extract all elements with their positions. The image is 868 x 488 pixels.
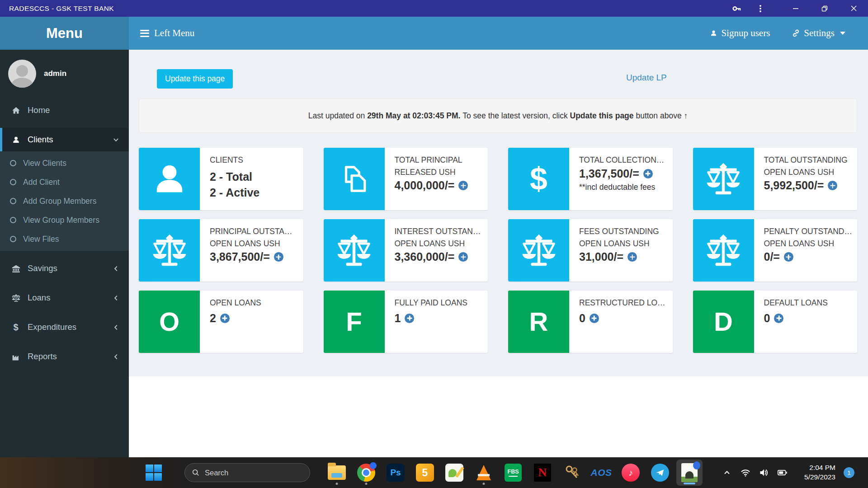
stat-card-open-loans: O OPEN LOANS 2: [139, 291, 303, 353]
stats-grid: CLIENTS 2 - Total 2 - Active TOTAL PRINC…: [139, 148, 857, 353]
music-icon[interactable]: ♪: [618, 460, 644, 486]
plus-icon[interactable]: [458, 181, 468, 190]
vlc-cone-icon[interactable]: [471, 460, 497, 486]
chrome-badge: [370, 462, 377, 469]
circle-icon: [10, 160, 16, 166]
plus-icon[interactable]: [627, 252, 637, 262]
left-menu-label: Left Menu: [154, 28, 194, 39]
chrome-icon[interactable]: [353, 460, 379, 486]
plus-icon[interactable]: [220, 314, 230, 323]
settings-label: Settings: [804, 28, 835, 39]
active-image-app-icon[interactable]: [676, 460, 703, 486]
tray-chevron-up-icon[interactable]: [722, 467, 732, 478]
kebab-menu-icon[interactable]: [749, 0, 772, 17]
signup-users-link[interactable]: Signup users: [710, 28, 770, 39]
stat-card-total-outstanding: TOTAL OUTSTANDING OPEN LOANS USH 5,992,5…: [693, 148, 858, 210]
wifi-icon[interactable]: [740, 467, 751, 478]
plus-icon[interactable]: [784, 252, 793, 262]
plus-icon[interactable]: [643, 169, 653, 178]
tray-clock[interactable]: 2:04 PM 5/29/2023: [791, 457, 835, 488]
card-icon-panel: [693, 219, 754, 282]
sidebar-item-savings[interactable]: Savings: [0, 257, 129, 280]
card-title: DEFAULT LOANS: [764, 297, 828, 309]
circle-icon: [10, 179, 16, 185]
taskbar-search[interactable]: [184, 463, 310, 482]
sidebar-brand: Menu: [0, 17, 129, 50]
active-indicator: [684, 483, 695, 484]
close-button[interactable]: [839, 0, 868, 17]
battery-icon[interactable]: [777, 467, 788, 478]
restore-button[interactable]: [810, 0, 839, 17]
sidebar-item-home[interactable]: Home: [0, 99, 129, 122]
sidebar-item-add-client[interactable]: Add Client: [0, 173, 129, 192]
sidebar-item-reports[interactable]: Reports: [0, 345, 129, 368]
plus-icon[interactable]: [458, 252, 468, 262]
content-area: Update this page Update LP Last updated …: [129, 50, 868, 457]
settings-dropdown[interactable]: Settings: [792, 28, 845, 39]
balloon-badge: [693, 461, 700, 469]
search-input[interactable]: [205, 469, 295, 477]
stat-card-clients: CLIENTS 2 - Total 2 - Active: [139, 148, 303, 210]
card-icon-panel: R: [508, 291, 569, 353]
card-value: 4,000,000/=: [395, 179, 455, 192]
start-button[interactable]: [141, 460, 167, 486]
stat-card-principal-outstanding: PRINCIPAL OUTSTA… OPEN LOANS USH 3,867,5…: [139, 219, 303, 282]
sidebar-item-view-files[interactable]: View Files: [0, 230, 129, 249]
stat-card-penalty-outstanding: PENALTY OUTSTAND… OPEN LOANS USH 0/=: [693, 219, 858, 282]
minimize-button[interactable]: [781, 0, 810, 17]
chevron-left-icon: [112, 265, 120, 272]
volume-icon[interactable]: [759, 467, 769, 478]
update-page-button[interactable]: Update this page: [157, 69, 233, 89]
music-note-glyph: ♪: [622, 464, 640, 482]
update-lp-link[interactable]: Update LP: [626, 73, 667, 83]
netflix-icon[interactable]: N: [529, 460, 556, 486]
card-title: OPEN LOANS USH: [395, 238, 481, 250]
fbs-icon[interactable]: FBS: [500, 460, 526, 486]
sidebar-item-view-clients[interactable]: View Clients: [0, 154, 129, 173]
password-key-icon[interactable]: [725, 0, 749, 17]
card-value: 0/=: [764, 250, 780, 263]
five-book-icon[interactable]: 5: [412, 460, 438, 486]
sidebar-item-expenditures[interactable]: $ Expenditures: [0, 315, 129, 339]
card-title: OPEN LOANS USH: [764, 166, 848, 178]
card-title: TOTAL PRINCIPAL: [395, 154, 468, 166]
letter-icon: D: [714, 309, 733, 335]
photoshop-icon[interactable]: Ps: [382, 460, 409, 486]
sidebar-item-loans[interactable]: Loans: [0, 286, 129, 310]
sidebar-item-clients[interactable]: Clients: [0, 128, 129, 151]
chevron-left-icon: [112, 324, 120, 331]
notification-badge[interactable]: 1: [844, 467, 854, 478]
sidebar-item-view-group-members[interactable]: View Group Members: [0, 211, 129, 230]
stat-card-fully-paid-loans: F FULLY PAID LOANS 1: [324, 291, 488, 353]
window-titlebar: RADESCCS - GSK TEST BANK: [0, 0, 868, 17]
keys-icon[interactable]: [559, 460, 585, 486]
telegram-icon[interactable]: [647, 460, 673, 486]
card-title: CLIENTS: [210, 154, 259, 166]
plus-icon[interactable]: [274, 252, 283, 262]
card-value: 0: [579, 312, 585, 325]
plus-icon[interactable]: [828, 181, 837, 190]
windows-logo-icon: [146, 465, 162, 481]
plus-icon[interactable]: [590, 314, 599, 323]
card-value: 3,867,500/=: [210, 250, 270, 263]
stat-card-interest-outstanding: INTEREST OUTSTAN… OPEN LOANS USH 3,360,0…: [324, 219, 488, 282]
reports-chart-icon: [11, 352, 21, 361]
plus-icon[interactable]: [774, 314, 783, 323]
card-title: OPEN LOANS USH: [764, 238, 852, 250]
stat-card-fees-outstanding: FEES OUTSTANDING OPEN LOANS USH 31,000/=: [508, 219, 673, 282]
card-icon-panel: F: [324, 291, 385, 353]
card-icon-panel: $: [508, 148, 569, 210]
last-updated-alert: Last updated on 29th May at 02:03:45 PM.…: [139, 99, 857, 133]
plus-icon[interactable]: [405, 314, 414, 323]
circle-icon: [10, 198, 16, 204]
aos-icon[interactable]: AOS: [588, 460, 614, 486]
stat-card-total-principal: TOTAL PRINCIPAL RELEASED USH 4,000,000/=: [324, 148, 488, 210]
chevron-left-icon: [112, 294, 120, 302]
file-explorer-icon[interactable]: [324, 460, 350, 486]
left-menu-toggle[interactable]: Left Menu: [129, 28, 194, 39]
notepad-plus-plus-icon[interactable]: [441, 460, 467, 486]
card-value: 5,992,500/=: [764, 179, 824, 192]
clock-date: 5/29/2023: [791, 473, 835, 482]
running-indicator: [365, 483, 368, 485]
sidebar-item-add-group-members[interactable]: Add Group Members: [0, 192, 129, 211]
